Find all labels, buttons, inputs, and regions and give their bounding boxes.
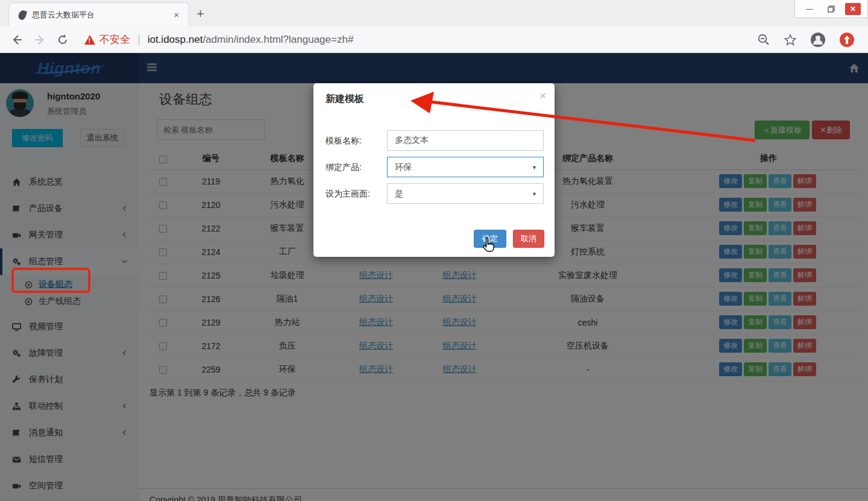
- update-icon[interactable]: [839, 32, 855, 48]
- window-controls: — ✕: [794, 0, 868, 18]
- warning-icon: [84, 35, 95, 45]
- chevron-down-icon: ▼: [532, 184, 537, 204]
- not-secure-label[interactable]: 不安全: [99, 33, 130, 46]
- tab-close-icon[interactable]: ×: [170, 8, 183, 21]
- profile-icon[interactable]: [810, 32, 826, 48]
- tab-title: 思普云大数据平台: [32, 10, 170, 20]
- tab-strip: 思普云大数据平台 × + — ✕: [0, 0, 868, 27]
- bind-product-label: 绑定产品:: [326, 157, 362, 177]
- zoom-out-icon[interactable]: [757, 33, 770, 46]
- address-bar[interactable]: 不安全 | iot.idosp.net/admin/index.html?lan…: [84, 33, 757, 46]
- template-name-label: 模板名称:: [326, 130, 362, 151]
- main-screen-select[interactable]: 是 ▼: [387, 183, 544, 204]
- browser-chrome: 思普云大数据平台 × + — ✕ 不安全 | iot.idosp.net/adm…: [0, 0, 868, 53]
- forward-icon[interactable]: [34, 34, 46, 46]
- template-name-input[interactable]: [387, 130, 544, 151]
- modal-title: 新建模板: [326, 93, 364, 104]
- browser-toolbar: 不安全 | iot.idosp.net/admin/index.html?lan…: [0, 27, 868, 53]
- restore-icon[interactable]: [823, 3, 839, 15]
- close-icon[interactable]: ✕: [845, 3, 861, 15]
- minimize-icon[interactable]: —: [802, 3, 817, 15]
- confirm-button[interactable]: 确定: [474, 230, 506, 248]
- main-screen-label: 设为主画面:: [326, 183, 370, 204]
- url-host: iot.idosp.net: [148, 34, 203, 46]
- favicon-icon: [17, 9, 27, 20]
- back-icon[interactable]: [11, 34, 23, 46]
- bookmark-star-icon[interactable]: [784, 33, 797, 46]
- app-page: Hignton hignton2020 系统管理员 修改密码 退出系统 系统总览…: [0, 53, 868, 501]
- url-path: /admin/index.html?language=zh#: [203, 34, 353, 46]
- bind-product-select[interactable]: 环保 ▼: [387, 157, 544, 177]
- cancel-button[interactable]: 取消: [513, 230, 544, 248]
- new-tab-button[interactable]: +: [197, 6, 204, 22]
- new-template-modal: 新建模板 × 模板名称: 绑定产品: 环保 ▼ 设为主画面: 是 ▼ 确定 取消: [313, 83, 555, 257]
- reload-icon[interactable]: [57, 34, 69, 46]
- url-divider: |: [137, 33, 140, 46]
- browser-tab[interactable]: 思普云大数据平台 ×: [8, 2, 189, 27]
- modal-close-icon[interactable]: ×: [539, 89, 546, 102]
- chevron-down-icon: ▼: [532, 157, 537, 178]
